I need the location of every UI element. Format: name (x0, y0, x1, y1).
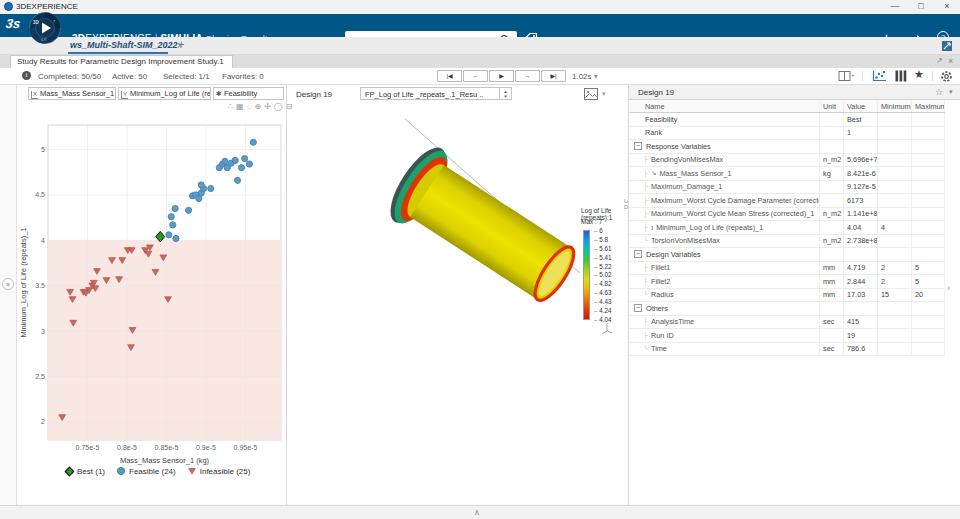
column-header-minimum[interactable]: Minimum (878, 100, 912, 112)
scatter-point-feasible[interactable] (166, 232, 172, 238)
cell-minimum (878, 167, 912, 180)
table-row[interactable]: ├Fillet2mm2.84425 (629, 275, 945, 289)
expand-bottom-panel-icon[interactable]: ∧ (474, 508, 480, 517)
close-button[interactable]: × (936, 0, 958, 13)
cell-maximum: 5 (912, 262, 945, 275)
playback-step-back-button[interactable]: ← (463, 70, 488, 82)
favorite-design-star-icon[interactable]: ☆ (935, 87, 943, 97)
scatter-point-feasible[interactable] (170, 222, 176, 228)
scatter-plot[interactable]: 0.75e-50.8e-50.85e-50.9e-50.95e-522.533.… (18, 113, 286, 465)
expand-widget-icon[interactable] (941, 40, 953, 52)
table-group-row[interactable]: −Response Variables (629, 140, 945, 154)
x-axis-variable-dropdown[interactable]: XMass_Mass Sensor_1 (28, 87, 116, 100)
zoom-icon[interactable]: ⊕ (254, 102, 264, 111)
legend-item[interactable]: Feasible (24) (117, 467, 176, 476)
scatter-point-feasible[interactable] (172, 205, 178, 211)
scatter-point-feasible[interactable] (250, 139, 256, 145)
select-points-icon[interactable]: ∴ (228, 102, 236, 111)
cell-maximum (912, 248, 945, 261)
column-header-name[interactable]: Name (629, 100, 820, 112)
cell-minimum: 2 (878, 275, 912, 288)
tab-multi-shaft-sim[interactable]: ws_Multi-Shaft-SIM_2022x (70, 40, 182, 50)
table-row[interactable]: ├BendingVonMisesMaxn_m25.696e+7 (629, 154, 945, 168)
playback-speed[interactable]: 1.02s ▾ (572, 72, 598, 81)
playback-skip-to-end-button[interactable]: ▶| (541, 70, 566, 82)
column-header-unit[interactable]: Unit (820, 100, 844, 112)
tab-study-results[interactable]: Study Results for Parametric Design Impr… (10, 55, 233, 68)
table-group-row[interactable]: −Others (629, 302, 945, 316)
legend-item[interactable]: Best (1) (66, 467, 105, 476)
close-view-icon[interactable]: × (948, 56, 953, 66)
viewport-3d[interactable]: Log of Life (repeats):1 Max : 7 65.85.61… (287, 101, 628, 505)
scatter-point-feasible[interactable] (234, 177, 240, 183)
new-tab-button[interactable]: + (178, 38, 184, 50)
table-row[interactable]: ├Maximum_Worst Cycle Mean Stress (correc… (629, 208, 945, 222)
table-row[interactable]: └Radiusmm17.031520 (629, 289, 945, 303)
frame-plot-selector[interactable]: FP_Log of Life _repeats_.1_Resu .. ▴▾ (360, 87, 512, 100)
fit-view-icon[interactable]: ◯ (274, 102, 286, 111)
scatter-point-feasible[interactable] (173, 235, 179, 241)
chevron-down-icon[interactable]: ▾ (949, 88, 953, 96)
box-select-icon[interactable]: ▦ (236, 102, 247, 111)
table-row[interactable]: ├↘Mass_Mass Sensor_1kg8.421e-6 (629, 167, 945, 181)
scatter-point-feasible[interactable] (168, 214, 174, 220)
table-row[interactable]: └Timesec786.6 (629, 343, 945, 357)
table-row[interactable]: ├AnalysisTimesec415 (629, 316, 945, 330)
layout-split-icon[interactable] (838, 70, 855, 82)
color-variable-dropdown[interactable]: ✱Feasibility (213, 87, 284, 100)
table-row[interactable]: └TorsionVonMisesMaxn_m22.738e+8 (629, 235, 945, 249)
compass-logo[interactable]: 3D 7 6.R (28, 11, 62, 45)
collapsed-left-panel: » (0, 85, 17, 505)
y-axis-variable-dropdown[interactable]: YMinimum_Log of Life (re... (118, 87, 211, 100)
settings-gear-icon[interactable] (940, 70, 953, 83)
table-row[interactable]: ├Maximum_Damage_19.127e-5 (629, 181, 945, 195)
pan-icon[interactable]: ✢ (264, 102, 274, 111)
column-header-maximum[interactable]: Maximum (912, 100, 945, 112)
table-row[interactable]: FeasibilityBest (629, 113, 945, 127)
table-row[interactable]: ├Maximum_Worst Cycle Damage Parameter (c… (629, 194, 945, 208)
playback-step-forward-button[interactable]: → (515, 70, 540, 82)
cell-maximum (912, 329, 945, 342)
info-icon[interactable]: i (22, 71, 31, 80)
cell-value: 19 (844, 329, 878, 342)
scatter-point-feasible[interactable] (208, 185, 214, 191)
shaft-model[interactable] (327, 101, 627, 351)
scatter-point-feasible[interactable] (242, 155, 248, 161)
x-tick-label: 0.9e-5 (196, 444, 216, 451)
collapse-group-icon[interactable]: − (634, 142, 642, 150)
favorites-star-icon[interactable]: ★ (914, 68, 924, 81)
scatter-point-feasible[interactable] (198, 182, 204, 188)
view-tab-bar: Study Results for Parametric Design Impr… (0, 55, 960, 68)
legend-diamond-icon (65, 467, 75, 477)
scatter-point-feasible[interactable] (238, 165, 244, 171)
chevron-down-icon[interactable]: ▾ (602, 90, 606, 98)
scatter-point-feasible[interactable] (185, 207, 191, 213)
collapse-group-icon[interactable]: − (634, 250, 642, 258)
feasibility-icon: ✱ (216, 90, 222, 97)
dassault-swoosh-logo: 3s (5, 16, 22, 31)
collapse-group-icon[interactable]: − (634, 304, 642, 312)
minimize-button[interactable]: — (884, 0, 906, 13)
scatter-point-feasible[interactable] (246, 161, 252, 167)
cell-name: Feasibility (629, 113, 820, 126)
table-group-row[interactable]: −Design Variables (629, 248, 945, 262)
expand-left-panel-icon[interactable]: » (2, 278, 14, 290)
maximize-button[interactable]: □ (910, 0, 932, 13)
table-columns-icon[interactable] (895, 70, 907, 82)
table-row[interactable]: ├ΙMinimum_Log of Life (repeats)_14.044 (629, 221, 945, 235)
playback-play-button[interactable]: ▶ (489, 70, 514, 82)
expand-right-icon[interactable]: › (947, 283, 950, 293)
scatter-chart-icon[interactable] (872, 70, 887, 82)
table-row[interactable]: Rank1 (629, 127, 945, 141)
column-header-value[interactable]: Value (844, 100, 878, 112)
frame-spinner[interactable]: ▴▾ (499, 88, 511, 99)
popout-view-icon[interactable]: ↗ (936, 56, 943, 65)
spin-down-icon[interactable]: ▾ (504, 93, 507, 99)
capture-image-icon[interactable] (584, 88, 599, 100)
scatter-point-feasible[interactable] (222, 158, 228, 164)
playback-skip-to-start-button[interactable]: |◀ (437, 70, 462, 82)
table-row[interactable]: ├Run ID19 (629, 329, 945, 343)
scatter-point-feasible[interactable] (232, 157, 238, 163)
legend-item[interactable]: Infeasible (25) (188, 467, 251, 476)
table-row[interactable]: ├Fillet1mm4.71925 (629, 262, 945, 276)
